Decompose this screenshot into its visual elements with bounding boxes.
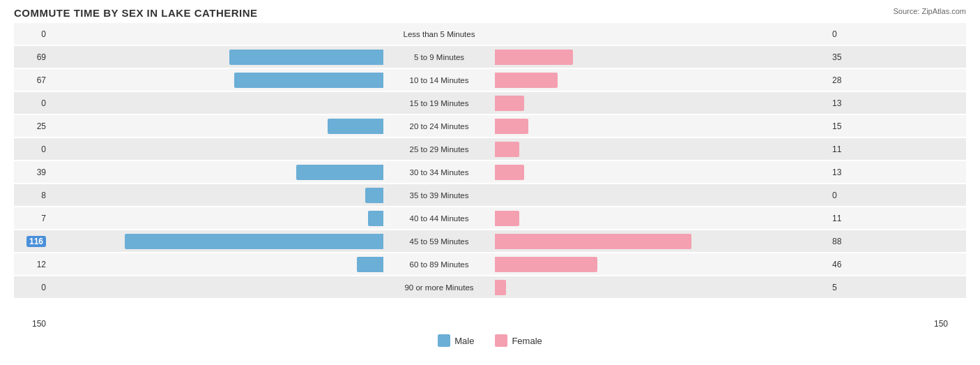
row-label: 60 to 89 Minutes (383, 260, 495, 269)
chart-row: 740 to 44 Minutes11 (14, 207, 966, 229)
chart-row: 1260 to 89 Minutes46 (14, 253, 966, 275)
female-bar-container (495, 73, 829, 88)
female-value: 15 (829, 121, 864, 131)
female-value: 11 (829, 144, 864, 154)
male-value: 67 (14, 75, 49, 85)
female-bar-container (495, 50, 829, 65)
row-label: Less than 5 Minutes (383, 30, 495, 38)
male-value: 39 (14, 167, 49, 177)
female-value: 13 (829, 98, 864, 108)
legend-female: Female (495, 334, 542, 347)
female-bar (495, 234, 691, 249)
male-bar-container (49, 280, 383, 295)
female-bar (495, 73, 558, 88)
male-bar-container (49, 142, 383, 157)
row-label: 20 to 24 Minutes (383, 122, 495, 131)
male-value: 69 (14, 52, 49, 62)
male-bar (368, 211, 383, 226)
axis-left: 150 (14, 319, 49, 329)
male-bar (365, 188, 383, 203)
male-value: 25 (14, 121, 49, 131)
female-bar (495, 165, 524, 180)
female-bar-container (495, 234, 829, 249)
male-bar-container (49, 73, 383, 88)
axis-row: 150 150 (14, 319, 966, 329)
male-bar (234, 73, 383, 88)
female-bar-container (495, 257, 829, 272)
male-value: 0 (14, 29, 49, 39)
female-bar-container (495, 211, 829, 226)
chart-row: 025 to 29 Minutes11 (14, 138, 966, 160)
row-label: 30 to 34 Minutes (383, 168, 495, 177)
male-bar-container (49, 96, 383, 111)
male-value: 0 (14, 283, 49, 292)
row-label: 45 to 59 Minutes (383, 237, 495, 246)
male-bar-container (49, 257, 383, 272)
female-value: 35 (829, 52, 864, 62)
male-bar-container (49, 234, 383, 249)
female-bar-container (495, 142, 829, 157)
male-value: 12 (14, 260, 49, 269)
male-bar-container (49, 188, 383, 203)
source-label: Source: ZipAtlas.com (893, 7, 966, 15)
male-bar (357, 257, 383, 272)
chart-row: 2520 to 24 Minutes15 (14, 115, 966, 137)
female-value: 46 (829, 260, 864, 269)
legend: Male Female (14, 334, 966, 347)
male-bar (328, 119, 383, 134)
female-bar-container (495, 27, 829, 42)
female-value: 11 (829, 214, 864, 223)
male-bar-container (49, 119, 383, 134)
row-label: 15 to 19 Minutes (383, 99, 495, 107)
male-bar (229, 50, 383, 65)
female-legend-label: Female (512, 336, 542, 346)
chart-row: 090 or more Minutes5 (14, 276, 966, 298)
female-bar (495, 96, 524, 111)
female-bar (495, 257, 597, 272)
female-value: 0 (829, 191, 864, 200)
female-value: 13 (829, 167, 864, 177)
chart-row: 11645 to 59 Minutes88 (14, 230, 966, 252)
female-bar (495, 50, 573, 65)
female-bar-container (495, 96, 829, 111)
chart-row: 695 to 9 Minutes35 (14, 46, 966, 68)
male-value: 8 (14, 191, 49, 200)
female-bar-container (495, 280, 829, 295)
male-legend-box (438, 334, 450, 347)
female-bar (495, 211, 519, 226)
male-bar (296, 165, 383, 180)
chart-row: 3930 to 34 Minutes13 (14, 161, 966, 183)
female-value: 28 (829, 75, 864, 85)
axis-right: 150 (931, 319, 966, 329)
female-value: 5 (829, 283, 864, 292)
chart-row: 015 to 19 Minutes13 (14, 92, 966, 114)
female-bar-container (495, 188, 829, 203)
row-label: 90 or more Minutes (383, 283, 495, 292)
chart-container: COMMUTE TIME BY SEX IN LAKE CATHERINE So… (0, 0, 980, 365)
male-value: 116 (14, 237, 49, 246)
male-bar-container (49, 50, 383, 65)
row-label: 25 to 29 Minutes (383, 145, 495, 154)
male-bar-container (49, 211, 383, 226)
male-legend-label: Male (454, 336, 474, 346)
chart-row: 0Less than 5 Minutes0 (14, 23, 966, 45)
female-bar-container (495, 165, 829, 180)
female-legend-box (495, 334, 507, 347)
chart-row: 835 to 39 Minutes0 (14, 184, 966, 206)
female-value: 0 (829, 29, 864, 39)
female-bar (495, 280, 506, 295)
chart-area: 0Less than 5 Minutes0695 to 9 Minutes356… (14, 23, 966, 316)
male-value: 0 (14, 98, 49, 108)
male-value-highlight: 116 (26, 236, 46, 247)
row-label: 5 to 9 Minutes (383, 53, 495, 61)
male-bar (125, 234, 383, 249)
row-label: 40 to 44 Minutes (383, 214, 495, 223)
legend-male: Male (438, 334, 474, 347)
chart-title: COMMUTE TIME BY SEX IN LAKE CATHERINE (14, 7, 966, 19)
female-bar (495, 142, 519, 157)
male-bar-container (49, 165, 383, 180)
row-label: 10 to 14 Minutes (383, 76, 495, 84)
female-bar-container (495, 119, 829, 134)
female-value: 88 (829, 237, 864, 246)
chart-row: 6710 to 14 Minutes28 (14, 69, 966, 91)
